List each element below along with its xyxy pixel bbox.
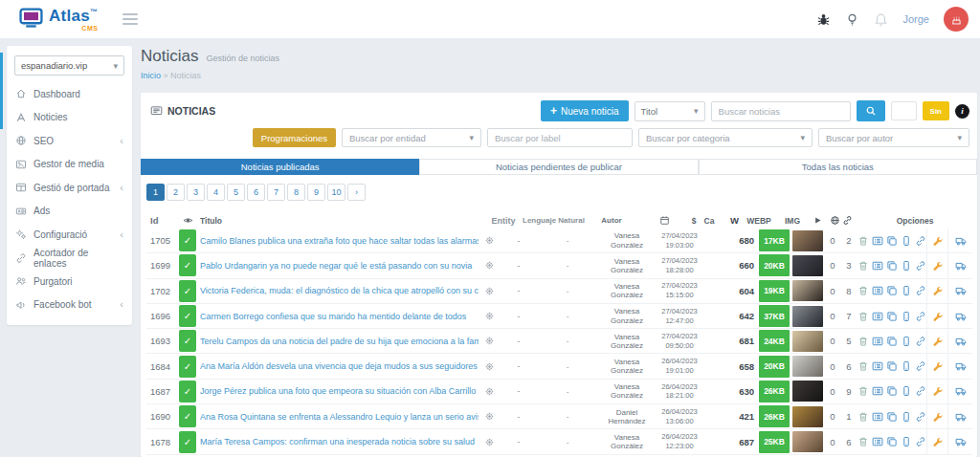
clone-icon[interactable]: [886, 235, 898, 247]
news-thumbnail[interactable]: [792, 381, 823, 402]
sidebar-item-gestio-de-portada[interactable]: Gestió de portada ‹: [7, 176, 132, 200]
link-icon[interactable]: [915, 436, 926, 447]
wrench-icon[interactable]: [932, 235, 944, 247]
truck-icon[interactable]: [955, 285, 967, 296]
truck-icon[interactable]: [955, 235, 967, 247]
sin-button[interactable]: Sin: [923, 101, 949, 120]
published-check-badge[interactable]: ✓: [179, 356, 196, 378]
truck-icon[interactable]: [955, 336, 967, 347]
wrench-icon[interactable]: [932, 336, 944, 347]
wrench-icon[interactable]: [932, 436, 944, 447]
news-thumbnail[interactable]: [792, 431, 823, 452]
tab-noticias-publicadas[interactable]: Noticias publicadas: [141, 159, 419, 175]
link-icon[interactable]: [915, 336, 926, 347]
link-icon[interactable]: [915, 285, 926, 296]
news-thumbnail[interactable]: [792, 280, 823, 301]
filter-entidad-select[interactable]: Buscar por entidad ▾: [342, 128, 481, 147]
news-thumbnail[interactable]: [792, 406, 823, 427]
gear-icon[interactable]: [484, 286, 495, 296]
news-title-link[interactable]: Camilo Blanes publica una extraña foto q…: [200, 236, 479, 246]
wrench-icon[interactable]: [932, 385, 944, 397]
published-check-badge[interactable]: ✓: [179, 431, 196, 453]
sidebar-item-acortador-de-enlaces[interactable]: Acortador de enlaces: [7, 247, 132, 271]
trash-icon[interactable]: [858, 336, 869, 347]
lightbulb-icon[interactable]: [845, 12, 859, 27]
sidebar-item-dashboard[interactable]: Dashboard: [7, 82, 132, 106]
news-title-link[interactable]: Ana María Aldón desvela una vivencia que…: [200, 361, 479, 371]
mobile-icon[interactable]: [901, 411, 912, 423]
mobile-icon[interactable]: [901, 436, 912, 447]
clone-icon[interactable]: [886, 311, 898, 322]
clone-icon[interactable]: [886, 385, 898, 397]
published-check-badge[interactable]: ✓: [179, 280, 196, 302]
pagination-page[interactable]: 6: [247, 184, 265, 201]
gear-icon[interactable]: [484, 260, 495, 271]
trash-icon[interactable]: [858, 385, 869, 397]
new-noticia-button[interactable]: + Nueva noticia: [541, 100, 629, 121]
link-icon[interactable]: [915, 235, 926, 247]
user-avatar[interactable]: [944, 7, 969, 32]
list-alt-icon[interactable]: [872, 285, 883, 296]
wrench-icon[interactable]: [932, 260, 944, 272]
list-alt-icon[interactable]: [872, 336, 883, 347]
published-check-badge[interactable]: ✓: [179, 405, 196, 427]
news-thumbnail[interactable]: [792, 306, 823, 327]
wrench-icon[interactable]: [932, 311, 944, 322]
link-icon[interactable]: [915, 311, 926, 322]
link-icon[interactable]: [915, 385, 926, 397]
bug-icon[interactable]: [816, 12, 831, 27]
news-title-link[interactable]: Terelu Campos da una noticia del padre d…: [200, 337, 479, 346]
mobile-icon[interactable]: [901, 235, 912, 247]
published-check-badge[interactable]: ✓: [179, 305, 196, 327]
wrench-icon[interactable]: [932, 285, 944, 296]
news-title-link[interactable]: Jorge Pérez publica una foto que empeora…: [200, 386, 479, 396]
filter-categoria-select[interactable]: Buscar por categoria ▾: [638, 128, 813, 147]
gear-icon[interactable]: [484, 386, 495, 397]
toggle-switch[interactable]: [891, 101, 917, 120]
pagination-page[interactable]: 3: [187, 184, 205, 201]
news-thumbnail[interactable]: [792, 356, 823, 377]
gear-icon[interactable]: [484, 411, 495, 422]
trash-icon[interactable]: [858, 285, 869, 296]
pagination-page[interactable]: 8: [287, 184, 305, 201]
sidebar-item-facebook-bot[interactable]: Facebook bot ‹: [7, 294, 132, 317]
clone-icon[interactable]: [886, 336, 898, 347]
sidebar-item-seo[interactable]: SEO ‹: [7, 129, 132, 153]
list-alt-icon[interactable]: [872, 260, 883, 272]
truck-icon[interactable]: [955, 260, 967, 272]
trash-icon[interactable]: [858, 436, 869, 447]
clone-icon[interactable]: [886, 285, 898, 296]
news-title-link[interactable]: Pablo Urdangarin ya no puede negar qué l…: [200, 261, 479, 271]
trash-icon[interactable]: [858, 311, 869, 322]
list-alt-icon[interactable]: [872, 411, 883, 423]
list-alt-icon[interactable]: [872, 436, 883, 447]
gear-icon[interactable]: [484, 361, 495, 372]
truck-icon[interactable]: [955, 411, 967, 423]
mobile-icon[interactable]: [901, 336, 912, 347]
news-thumbnail[interactable]: [792, 331, 823, 352]
sidebar-item-purgatori[interactable]: Purgatori: [7, 270, 132, 294]
filter-label-input[interactable]: [487, 128, 633, 147]
search-button[interactable]: [857, 100, 885, 121]
mobile-icon[interactable]: [901, 260, 912, 272]
pagination-page[interactable]: 1: [146, 184, 165, 201]
link-icon[interactable]: [915, 411, 926, 423]
link-icon[interactable]: [915, 260, 926, 272]
trash-icon[interactable]: [858, 411, 869, 423]
truck-icon[interactable]: [955, 436, 967, 447]
pagination-next[interactable]: ›: [347, 184, 366, 201]
mobile-icon[interactable]: [901, 385, 912, 397]
sidebar-item-noticies[interactable]: Noticies: [7, 106, 132, 130]
sidebar-item-ads[interactable]: Ads: [7, 200, 132, 224]
news-thumbnail[interactable]: [792, 230, 823, 251]
pagination-page[interactable]: 9: [307, 184, 325, 201]
trash-icon[interactable]: [858, 235, 869, 247]
gear-icon[interactable]: [484, 235, 495, 246]
bell-icon[interactable]: [874, 12, 888, 27]
hamburger-icon[interactable]: [122, 13, 138, 25]
username[interactable]: Jorge: [902, 13, 929, 25]
mobile-icon[interactable]: [901, 285, 912, 296]
clone-icon[interactable]: [886, 260, 898, 272]
published-check-badge[interactable]: ✓: [179, 229, 196, 251]
wrench-icon[interactable]: [932, 360, 944, 372]
